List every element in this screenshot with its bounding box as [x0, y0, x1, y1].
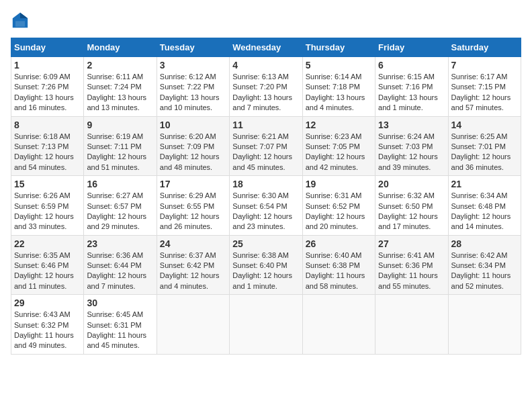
- day-number: 7: [451, 60, 518, 71]
- day-detail: Sunrise: 6:11 AMSunset: 7:24 PMDaylight:…: [87, 72, 153, 113]
- calendar-cell: 4 Sunrise: 6:13 AMSunset: 7:20 PMDayligh…: [230, 57, 302, 117]
- day-number: 14: [451, 120, 518, 130]
- calendar-cell: 7 Sunrise: 6:17 AMSunset: 7:15 PMDayligh…: [448, 57, 521, 117]
- day-number: 30: [87, 298, 153, 308]
- day-number: 22: [14, 238, 81, 249]
- calendar-week-2: 8 Sunrise: 6:18 AMSunset: 7:13 PMDayligh…: [11, 116, 521, 176]
- day-number: 6: [378, 60, 445, 71]
- calendar-cell: 13 Sunrise: 6:24 AMSunset: 7:03 PMDaylig…: [375, 116, 448, 176]
- calendar-cell: 3 Sunrise: 6:12 AMSunset: 7:22 PMDayligh…: [157, 57, 229, 117]
- day-detail: Sunrise: 6:13 AMSunset: 7:20 PMDaylight:…: [232, 72, 299, 113]
- calendar-week-1: 1 Sunrise: 6:09 AMSunset: 7:26 PMDayligh…: [11, 57, 521, 117]
- day-number: 16: [87, 179, 153, 189]
- day-detail: Sunrise: 6:36 AMSunset: 6:44 PMDaylight:…: [87, 250, 153, 292]
- calendar-cell: 15 Sunrise: 6:26 AMSunset: 6:59 PMDaylig…: [11, 176, 84, 236]
- day-number: 3: [160, 60, 226, 71]
- calendar-cell: 9 Sunrise: 6:19 AMSunset: 7:11 PMDayligh…: [84, 116, 157, 176]
- calendar-body: 1 Sunrise: 6:09 AMSunset: 7:26 PMDayligh…: [11, 57, 521, 355]
- calendar-cell: 20 Sunrise: 6:32 AMSunset: 6:50 PMDaylig…: [375, 176, 448, 236]
- calendar-cell: 23 Sunrise: 6:36 AMSunset: 6:44 PMDaylig…: [84, 235, 157, 295]
- day-number: 18: [232, 179, 299, 189]
- day-number: 24: [160, 238, 226, 249]
- day-detail: Sunrise: 6:12 AMSunset: 7:22 PMDaylight:…: [160, 72, 226, 113]
- calendar-cell: 17 Sunrise: 6:29 AMSunset: 6:55 PMDaylig…: [157, 176, 229, 236]
- calendar-cell: 25 Sunrise: 6:38 AMSunset: 6:40 PMDaylig…: [230, 235, 302, 295]
- day-number: 17: [160, 179, 226, 189]
- calendar-cell: 22 Sunrise: 6:35 AMSunset: 6:46 PMDaylig…: [11, 235, 84, 295]
- calendar-cell: 10 Sunrise: 6:20 AMSunset: 7:09 PMDaylig…: [157, 116, 229, 176]
- weekday-header-tuesday: Tuesday: [157, 38, 229, 57]
- day-number: 26: [306, 238, 372, 249]
- calendar-cell: 29 Sunrise: 6:43 AMSunset: 6:32 PMDaylig…: [11, 295, 84, 355]
- day-number: 1: [14, 60, 81, 71]
- day-number: 13: [378, 120, 445, 130]
- day-detail: Sunrise: 6:09 AMSunset: 7:26 PMDaylight:…: [14, 72, 81, 113]
- day-number: 28: [451, 238, 518, 249]
- day-detail: Sunrise: 6:20 AMSunset: 7:09 PMDaylight:…: [160, 132, 226, 173]
- calendar-cell: [375, 295, 448, 355]
- day-detail: Sunrise: 6:27 AMSunset: 6:57 PMDaylight:…: [87, 191, 153, 232]
- day-detail: Sunrise: 6:45 AMSunset: 6:31 PMDaylight:…: [87, 310, 153, 351]
- day-detail: Sunrise: 6:24 AMSunset: 7:03 PMDaylight:…: [378, 132, 445, 173]
- day-detail: Sunrise: 6:41 AMSunset: 6:36 PMDaylight:…: [378, 250, 445, 292]
- day-detail: Sunrise: 6:43 AMSunset: 6:32 PMDaylight:…: [14, 310, 81, 351]
- day-detail: Sunrise: 6:35 AMSunset: 6:46 PMDaylight:…: [14, 250, 81, 292]
- calendar-cell: 11 Sunrise: 6:21 AMSunset: 7:07 PMDaylig…: [230, 116, 302, 176]
- calendar-cell: 19 Sunrise: 6:31 AMSunset: 6:52 PMDaylig…: [302, 176, 375, 236]
- day-number: 21: [451, 179, 518, 189]
- calendar-cell: 26 Sunrise: 6:40 AMSunset: 6:38 PMDaylig…: [302, 235, 375, 295]
- svg-rect-2: [15, 21, 25, 26]
- calendar-cell: [448, 295, 521, 355]
- day-number: 5: [306, 60, 372, 71]
- logo-icon: [11, 11, 30, 30]
- weekday-header-wednesday: Wednesday: [230, 38, 302, 57]
- calendar-cell: 27 Sunrise: 6:41 AMSunset: 6:36 PMDaylig…: [375, 235, 448, 295]
- day-detail: Sunrise: 6:32 AMSunset: 6:50 PMDaylight:…: [378, 191, 445, 232]
- calendar-cell: [230, 295, 302, 355]
- day-number: 27: [378, 238, 445, 249]
- day-detail: Sunrise: 6:29 AMSunset: 6:55 PMDaylight:…: [160, 191, 226, 232]
- calendar-cell: [302, 295, 375, 355]
- day-detail: Sunrise: 6:40 AMSunset: 6:38 PMDaylight:…: [306, 250, 372, 292]
- day-detail: Sunrise: 6:18 AMSunset: 7:13 PMDaylight:…: [14, 132, 81, 173]
- calendar-week-5: 29 Sunrise: 6:43 AMSunset: 6:32 PMDaylig…: [11, 295, 521, 355]
- day-number: 4: [232, 60, 299, 71]
- day-number: 9: [87, 120, 153, 130]
- day-detail: Sunrise: 6:14 AMSunset: 7:18 PMDaylight:…: [306, 72, 372, 113]
- calendar-cell: 21 Sunrise: 6:34 AMSunset: 6:48 PMDaylig…: [448, 176, 521, 236]
- calendar-cell: 2 Sunrise: 6:11 AMSunset: 7:24 PMDayligh…: [84, 57, 157, 117]
- day-number: 12: [306, 120, 372, 130]
- day-number: 29: [14, 298, 81, 308]
- day-number: 10: [160, 120, 226, 130]
- day-number: 11: [232, 120, 299, 130]
- day-detail: Sunrise: 6:19 AMSunset: 7:11 PMDaylight:…: [87, 132, 153, 173]
- day-number: 2: [87, 60, 153, 71]
- calendar-cell: 8 Sunrise: 6:18 AMSunset: 7:13 PMDayligh…: [11, 116, 84, 176]
- calendar-cell: 5 Sunrise: 6:14 AMSunset: 7:18 PMDayligh…: [302, 57, 375, 117]
- weekday-header-monday: Monday: [84, 38, 157, 57]
- weekday-header-friday: Friday: [375, 38, 448, 57]
- day-detail: Sunrise: 6:17 AMSunset: 7:15 PMDaylight:…: [451, 72, 518, 113]
- day-detail: Sunrise: 6:15 AMSunset: 7:16 PMDaylight:…: [378, 72, 445, 113]
- calendar-cell: 16 Sunrise: 6:27 AMSunset: 6:57 PMDaylig…: [84, 176, 157, 236]
- weekday-header-sunday: Sunday: [11, 38, 84, 57]
- weekday-header-thursday: Thursday: [302, 38, 375, 57]
- day-number: 8: [14, 120, 81, 130]
- day-detail: Sunrise: 6:37 AMSunset: 6:42 PMDaylight:…: [160, 250, 226, 292]
- calendar-cell: 28 Sunrise: 6:42 AMSunset: 6:34 PMDaylig…: [448, 235, 521, 295]
- calendar-cell: [157, 295, 229, 355]
- day-detail: Sunrise: 6:31 AMSunset: 6:52 PMDaylight:…: [306, 191, 372, 232]
- day-detail: Sunrise: 6:30 AMSunset: 6:54 PMDaylight:…: [232, 191, 299, 232]
- logo: [11, 11, 32, 30]
- calendar-cell: 1 Sunrise: 6:09 AMSunset: 7:26 PMDayligh…: [11, 57, 84, 117]
- calendar-header-row: SundayMondayTuesdayWednesdayThursdayFrid…: [11, 38, 521, 57]
- day-number: 25: [232, 238, 299, 249]
- day-detail: Sunrise: 6:38 AMSunset: 6:40 PMDaylight:…: [232, 250, 299, 292]
- calendar-cell: 12 Sunrise: 6:23 AMSunset: 7:05 PMDaylig…: [302, 116, 375, 176]
- day-detail: Sunrise: 6:26 AMSunset: 6:59 PMDaylight:…: [14, 191, 81, 232]
- day-detail: Sunrise: 6:21 AMSunset: 7:07 PMDaylight:…: [232, 132, 299, 173]
- calendar-cell: 6 Sunrise: 6:15 AMSunset: 7:16 PMDayligh…: [375, 57, 448, 117]
- calendar-cell: 24 Sunrise: 6:37 AMSunset: 6:42 PMDaylig…: [157, 235, 229, 295]
- weekday-header-saturday: Saturday: [448, 38, 521, 57]
- day-detail: Sunrise: 6:34 AMSunset: 6:48 PMDaylight:…: [451, 191, 518, 232]
